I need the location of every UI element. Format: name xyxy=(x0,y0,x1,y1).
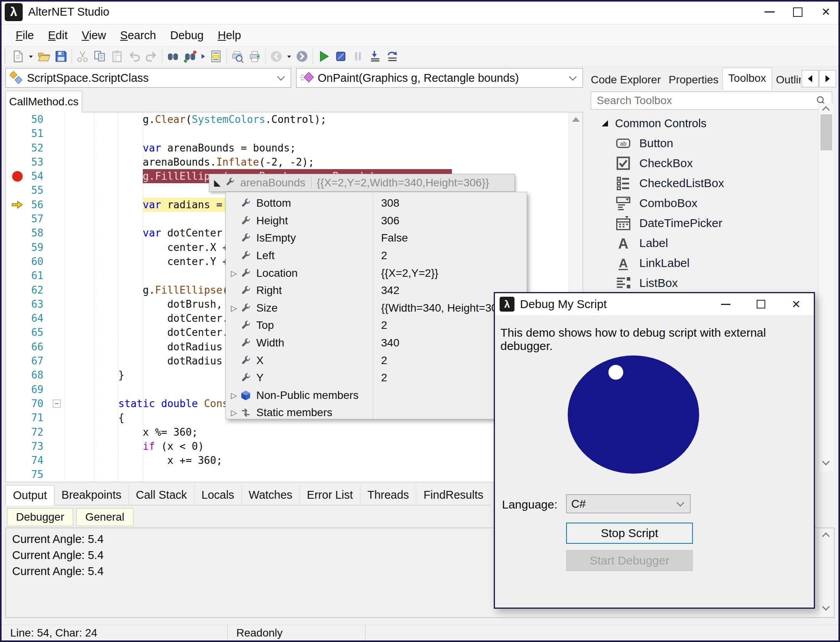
output-subtab-debugger[interactable]: Debugger xyxy=(7,508,73,526)
datatip-row-y[interactable]: Y2 xyxy=(226,369,527,387)
line-number[interactable]: 67 xyxy=(6,354,43,368)
datatip-row-width[interactable]: Width340 xyxy=(226,334,527,352)
toolbox-item-label[interactable]: ALabel xyxy=(587,233,818,253)
toolbar-replace-button[interactable] xyxy=(182,48,199,65)
toolbar-stop-button[interactable] xyxy=(332,48,349,65)
scroll-up-icon[interactable] xyxy=(822,106,830,114)
toolbox-group-common-controls[interactable]: Common Controls xyxy=(587,114,818,132)
toolbox-item-datetimepicker[interactable]: DateTimePicker xyxy=(587,213,818,233)
menu-view[interactable]: View xyxy=(75,27,113,44)
line-number[interactable]: 58 xyxy=(6,226,43,240)
expander-triangle-icon[interactable]: ▷ xyxy=(228,408,240,417)
line-number[interactable]: 68 xyxy=(6,368,43,382)
fold-collapse-icon[interactable]: − xyxy=(53,400,61,408)
line-number[interactable]: 59 xyxy=(6,240,43,254)
collapse-triangle-icon[interactable]: ◣ xyxy=(214,178,221,188)
line-number[interactable]: 50 xyxy=(6,112,43,126)
line-number[interactable]: 62 xyxy=(6,283,43,297)
line-number[interactable]: 71 xyxy=(6,411,43,425)
line-number[interactable]: 73 xyxy=(6,439,43,453)
toolbar-caret-down-button[interactable] xyxy=(27,48,35,65)
toolbox-item-button[interactable]: abButton xyxy=(587,133,818,153)
output-subtab-general[interactable]: General xyxy=(76,508,133,526)
tab-code-explorer[interactable]: Code Explorer xyxy=(587,70,665,90)
line-number[interactable]: 69 xyxy=(6,382,43,397)
maximize-button[interactable] xyxy=(743,293,779,315)
toolbar-find-button[interactable] xyxy=(164,48,182,65)
line-number[interactable]: 53 xyxy=(6,155,43,169)
maximize-button[interactable] xyxy=(784,0,812,24)
toolbar-forward-button[interactable] xyxy=(293,48,311,65)
method-dropdown[interactable]: OnPaint(Graphics g, Rectangle bounds) xyxy=(296,68,583,88)
toolbar-print-button[interactable] xyxy=(246,48,263,65)
line-number[interactable]: 66 xyxy=(6,340,43,354)
toolbar-find-next-button[interactable] xyxy=(199,48,207,65)
line-number[interactable]: 75 xyxy=(6,467,43,482)
tab-toolbox[interactable]: Toolbox xyxy=(723,68,772,90)
tab-scroll-right-button[interactable] xyxy=(819,70,836,87)
datatip-row-height[interactable]: Height306 xyxy=(226,212,527,230)
scroll-up-icon[interactable] xyxy=(572,117,580,122)
toolbar-save-button[interactable] xyxy=(52,48,70,65)
expander-triangle-icon[interactable]: ▷ xyxy=(228,391,240,400)
close-button[interactable]: ✕ xyxy=(812,0,840,24)
line-number[interactable]: 61 xyxy=(6,269,43,283)
datatip-row-left[interactable]: Left2 xyxy=(226,247,527,265)
bottom-tab-threads[interactable]: Threads xyxy=(360,485,416,505)
line-number[interactable]: 57 xyxy=(6,212,43,226)
tab-scroll-left-button[interactable] xyxy=(802,70,818,87)
menu-file[interactable]: File xyxy=(9,27,41,44)
minimize-button[interactable] xyxy=(708,293,743,315)
scrollbar-thumb[interactable] xyxy=(820,114,832,150)
menu-edit[interactable]: Edit xyxy=(41,27,75,44)
bottom-tab-watches[interactable]: Watches xyxy=(242,485,300,505)
bottom-tab-locals[interactable]: Locals xyxy=(194,485,242,505)
line-number[interactable]: 65 xyxy=(6,325,43,339)
line-number[interactable]: 64 xyxy=(6,311,43,325)
datatip-row-non-public-members[interactable]: ▷Non-Public members xyxy=(226,387,527,404)
datatip-row-location[interactable]: ▷Location{{X=2,Y=2}} xyxy=(226,264,527,282)
toolbar-step-over-button[interactable] xyxy=(384,48,401,65)
line-number[interactable]: 60 xyxy=(6,254,43,269)
minimize-button[interactable] xyxy=(755,0,784,24)
class-dropdown[interactable]: ScriptSpace.ScriptClass xyxy=(5,68,291,88)
debug-window-title-bar[interactable]: λ Debug My Script ✕ xyxy=(495,293,814,315)
datatip-row-top[interactable]: Top2 xyxy=(226,317,527,334)
toolbar-copy-button[interactable] xyxy=(91,48,108,65)
breakpoint-icon[interactable] xyxy=(12,171,23,182)
toolbox-item-checkedlistbox[interactable]: CheckedListBox xyxy=(587,173,818,193)
search-input[interactable] xyxy=(591,94,815,107)
line-number[interactable]: 52 xyxy=(6,141,43,155)
scroll-down-icon[interactable] xyxy=(822,603,830,611)
datatip-row-bottom[interactable]: Bottom308 xyxy=(226,195,527,212)
toolbar-step-into-button[interactable] xyxy=(367,48,384,65)
menu-help[interactable]: Help xyxy=(210,27,248,44)
scroll-up-icon[interactable] xyxy=(822,532,830,540)
stop-script-button[interactable]: Stop Script xyxy=(566,523,693,544)
toolbox-search[interactable] xyxy=(591,92,832,110)
bottom-tab-findresults[interactable]: FindResults xyxy=(416,485,490,505)
datatip-header[interactable]: ◣ arenaBounds {{X=2,Y=2,Width=340,Height… xyxy=(209,174,515,192)
output-scrollbar[interactable] xyxy=(818,529,833,617)
close-button[interactable]: ✕ xyxy=(779,293,814,315)
toolbar-print-preview-button[interactable] xyxy=(229,48,246,65)
toolbar-new-file-button[interactable] xyxy=(9,48,27,65)
bottom-tab-error-list[interactable]: Error List xyxy=(300,485,360,505)
toolbar-highlight-doc-button[interactable] xyxy=(207,48,225,65)
line-number[interactable]: 63 xyxy=(6,297,43,311)
menu-debug[interactable]: Debug xyxy=(163,27,210,44)
line-number[interactable]: 70 xyxy=(6,397,43,411)
scroll-down-icon[interactable] xyxy=(822,458,830,465)
line-number[interactable]: 54 xyxy=(6,169,43,183)
line-number[interactable]: 74 xyxy=(6,453,43,467)
bottom-tab-call-stack[interactable]: Call Stack xyxy=(129,485,194,505)
expander-triangle-icon[interactable]: ▷ xyxy=(228,303,240,313)
editor-tab-callmethod[interactable]: CallMethod.cs xyxy=(5,91,82,112)
toolbox-item-checkbox[interactable]: CheckBox xyxy=(587,153,818,173)
datatip-row-size[interactable]: ▷Size{{Width=340, Height=306}} xyxy=(226,299,527,317)
bottom-tab-output[interactable]: Output xyxy=(5,485,54,505)
bottom-tab-breakpoints[interactable]: Breakpoints xyxy=(54,485,129,505)
toolbar-run-button[interactable] xyxy=(315,48,332,65)
toolbox-scrollbar[interactable] xyxy=(818,103,833,471)
datatip-row-isempty[interactable]: IsEmptyFalse xyxy=(226,229,527,247)
